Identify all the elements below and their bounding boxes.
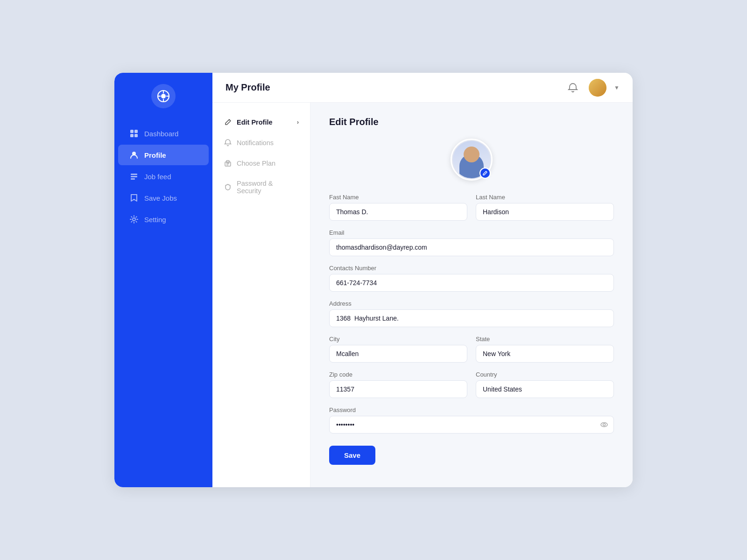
- lastname-input[interactable]: [476, 203, 614, 221]
- topbar: My Profile ▼: [212, 73, 633, 103]
- sidebar-item-setting[interactable]: Setting: [118, 209, 209, 230]
- plan-icon: [224, 159, 232, 168]
- country-input[interactable]: [476, 380, 614, 398]
- sidebar-item-label-savejobs: Save Jobs: [144, 194, 177, 202]
- chevron-right-icon: ›: [297, 119, 299, 126]
- svg-point-14: [133, 218, 135, 221]
- edit-icon: [224, 118, 232, 126]
- sidebar-item-jobfeed[interactable]: Job feed: [118, 166, 209, 187]
- bell-icon: [224, 139, 232, 147]
- sidebar-item-savejobs[interactable]: Save Jobs: [118, 188, 209, 208]
- profile-photo-section: [329, 139, 614, 181]
- form-group-zip: Zip code: [329, 371, 467, 398]
- contacts-input[interactable]: [329, 274, 614, 292]
- state-label: State: [476, 336, 614, 343]
- page-title: My Profile: [226, 82, 564, 93]
- svg-rect-9: [134, 134, 138, 137]
- app-container: Dashboard Profile: [114, 73, 633, 487]
- city-input[interactable]: [329, 345, 467, 363]
- zip-label: Zip code: [329, 371, 467, 378]
- svg-rect-11: [131, 174, 137, 175]
- sub-sidebar-label-editprofile: Edit Profile: [237, 119, 273, 126]
- sidebar-item-label-profile: Profile: [144, 151, 166, 159]
- sidebar-item-profile[interactable]: Profile: [118, 145, 209, 165]
- address-input[interactable]: [329, 309, 614, 327]
- form-group-firstname: Fast Name: [329, 194, 467, 221]
- svg-point-1: [161, 94, 166, 98]
- edit-area: Edit Profile: [310, 103, 633, 487]
- avatar-wrapper: [451, 139, 493, 181]
- main-area: My Profile ▼: [212, 73, 633, 487]
- form-row-zipcountry: Zip code Country: [329, 371, 614, 398]
- email-label: Email: [329, 229, 614, 236]
- sub-sidebar-item-editprofile[interactable]: Edit Profile ›: [212, 112, 310, 133]
- setting-icon: [129, 215, 139, 224]
- profile-form: Fast Name Last Name Email: [329, 194, 614, 465]
- form-group-contacts: Contacts Number: [329, 265, 614, 292]
- savejobs-icon: [129, 193, 139, 203]
- form-group-lastname: Last Name: [476, 194, 614, 221]
- contacts-label: Contacts Number: [329, 265, 614, 272]
- sidebar-item-label-setting: Setting: [144, 216, 166, 224]
- country-label: Country: [476, 371, 614, 378]
- form-group-address: Address: [329, 300, 614, 327]
- sub-sidebar-label-notifications: Notifications: [237, 139, 274, 147]
- city-label: City: [329, 336, 467, 343]
- edit-profile-title: Edit Profile: [329, 117, 614, 127]
- topbar-actions: ▼: [564, 79, 620, 97]
- sub-sidebar-item-chooseplan[interactable]: Choose Plan: [212, 153, 310, 174]
- password-wrapper: [329, 416, 614, 434]
- svg-rect-6: [130, 130, 134, 133]
- form-row-save: Save: [329, 442, 614, 465]
- sub-sidebar-item-security[interactable]: Password & Security: [212, 174, 310, 201]
- svg-rect-8: [130, 134, 134, 137]
- user-avatar[interactable]: [589, 79, 606, 97]
- password-label: Password: [329, 406, 614, 413]
- save-button[interactable]: Save: [329, 446, 375, 465]
- avatar-image: [589, 79, 606, 97]
- sidebar-nav: Dashboard Profile: [114, 123, 212, 230]
- form-row-email: Email: [329, 229, 614, 256]
- lastname-label: Last Name: [476, 194, 614, 201]
- sidebar-item-label-dashboard: Dashboard: [144, 130, 178, 138]
- zip-input[interactable]: [329, 380, 467, 398]
- form-group-city: City: [329, 336, 467, 363]
- sub-sidebar-label-chooseplan: Choose Plan: [237, 160, 275, 167]
- notification-bell-icon[interactable]: [564, 79, 581, 96]
- svg-rect-13: [131, 178, 135, 180]
- address-label: Address: [329, 300, 614, 307]
- form-group-email: Email: [329, 229, 614, 256]
- form-row-contacts: Contacts Number: [329, 265, 614, 292]
- firstname-input[interactable]: [329, 203, 467, 221]
- jobfeed-icon: [129, 172, 139, 181]
- svg-rect-12: [131, 176, 137, 177]
- dashboard-icon: [129, 129, 139, 138]
- topbar-chevron-icon[interactable]: ▼: [614, 84, 620, 91]
- svg-point-20: [603, 424, 606, 426]
- sub-sidebar: Edit Profile › Notifications: [212, 103, 310, 487]
- content-body: Edit Profile › Notifications: [212, 103, 633, 487]
- sidebar-item-dashboard[interactable]: Dashboard: [118, 123, 209, 144]
- form-group-country: Country: [476, 371, 614, 398]
- form-row-citystate: City State: [329, 336, 614, 363]
- sidebar-logo: [151, 84, 176, 108]
- profile-icon: [129, 150, 139, 160]
- firstname-label: Fast Name: [329, 194, 467, 201]
- sub-sidebar-item-notifications[interactable]: Notifications: [212, 133, 310, 153]
- password-input[interactable]: [329, 416, 614, 434]
- shield-icon: [224, 183, 232, 191]
- avatar-edit-button[interactable]: [479, 168, 491, 179]
- form-group-state: State: [476, 336, 614, 363]
- form-row-password: Password: [329, 406, 614, 434]
- form-row-name: Fast Name Last Name: [329, 194, 614, 221]
- form-row-address: Address: [329, 300, 614, 327]
- svg-rect-7: [134, 130, 138, 133]
- sub-sidebar-label-security: Password & Security: [237, 180, 299, 195]
- state-input[interactable]: [476, 345, 614, 363]
- email-input[interactable]: [329, 238, 614, 256]
- form-group-password: Password: [329, 406, 614, 434]
- sidebar: Dashboard Profile: [114, 73, 212, 487]
- sidebar-item-label-jobfeed: Job feed: [144, 173, 171, 181]
- password-eye-icon[interactable]: [600, 420, 608, 429]
